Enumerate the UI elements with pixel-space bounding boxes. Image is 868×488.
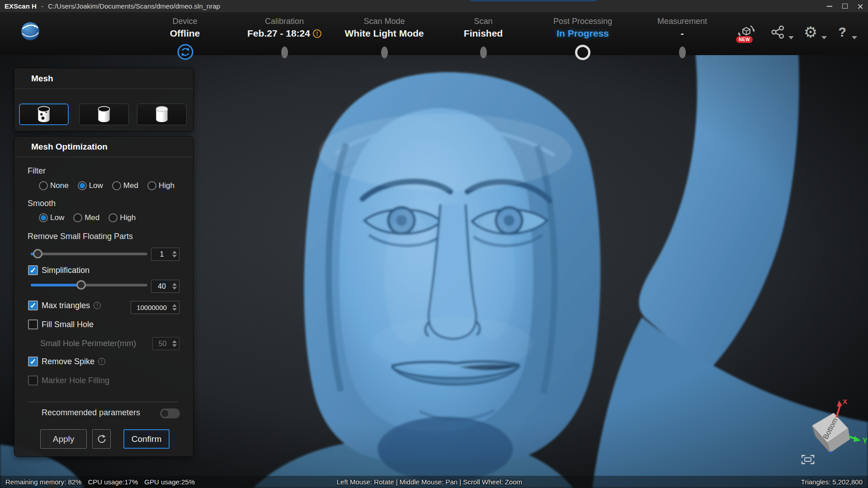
remove-small-floating-parts-input[interactable]	[151, 250, 172, 258]
calibration-warning-icon[interactable]	[313, 29, 321, 38]
spinner-down-icon[interactable]	[172, 308, 177, 311]
smooth-option-high[interactable]: High	[108, 213, 136, 222]
spinner-down-icon[interactable]	[172, 255, 177, 258]
step-post-processing-label: Post Processing	[553, 16, 612, 26]
axis-x-label: X	[843, 398, 847, 405]
step-calibration-label: Calibration	[247, 16, 321, 26]
cylinder-with-holes-icon	[35, 105, 52, 123]
reset-button[interactable]	[92, 429, 111, 449]
spinner-up-icon[interactable]	[172, 304, 177, 307]
spinner-arrows[interactable]	[172, 251, 177, 258]
device-sync-icon[interactable]	[176, 43, 194, 61]
spinner-arrows[interactable]	[172, 283, 177, 290]
max-triangles-info-icon[interactable]	[94, 302, 101, 309]
step-post-processing[interactable]: Post Processing In Progress	[553, 16, 612, 39]
fill-small-hole-label: Fill Small Hole	[42, 320, 94, 329]
step-calibration[interactable]: Calibration Feb.27 - 18:24	[247, 16, 321, 39]
app-name: EXScan H	[5, 2, 37, 10]
spinner-up-icon[interactable]	[172, 340, 177, 343]
remove-spike-checkbox[interactable]	[28, 357, 38, 366]
slider-thumb[interactable]	[76, 280, 86, 290]
mesh-optimization-panel: Mesh Optimization Filter None Low Med Hi…	[14, 136, 193, 457]
slider-track[interactable]	[31, 284, 147, 286]
spinner-up-icon[interactable]	[172, 251, 177, 253]
smooth-option-low[interactable]: Low	[39, 213, 64, 222]
step-measurement[interactable]: Measurement -	[657, 16, 707, 39]
simplification-input[interactable]	[151, 282, 172, 291]
open-cylinder-icon	[95, 105, 113, 123]
step-scan-mode-label: Scan Mode	[345, 16, 424, 26]
file-path: C:/Users/Joakim/Documents/Scans/dmeo/dme…	[48, 2, 220, 10]
share-caret-icon	[788, 36, 794, 39]
filter-option-none[interactable]: None	[39, 181, 69, 190]
filter-radio-group: None Low Med High	[39, 181, 175, 190]
mesh-panel: Mesh	[14, 68, 193, 131]
radio-icon-selected[interactable]	[39, 213, 48, 222]
step-scan-mode-value: White Light Mode	[345, 28, 424, 39]
max-triangles-input[interactable]	[131, 304, 172, 311]
spinner-down-icon[interactable]	[172, 344, 177, 347]
max-triangles-spinner	[131, 301, 179, 314]
mesh-optimization-title: Mesh Optimization	[31, 142, 108, 152]
mesh-type-open-button[interactable]	[79, 103, 129, 125]
recommended-parameters-label: Recommended parameters	[42, 408, 140, 418]
filter-option-med[interactable]: Med	[112, 181, 138, 190]
remove-spike-info-icon[interactable]	[98, 358, 105, 365]
fill-small-hole-checkbox[interactable]	[28, 319, 38, 329]
slider-thumb[interactable]	[33, 249, 42, 258]
minimize-button[interactable]	[822, 0, 837, 12]
remove-small-floating-parts-slider[interactable]	[31, 248, 147, 260]
settings-button[interactable]	[801, 23, 820, 42]
radio-icon[interactable]	[147, 181, 156, 190]
smooth-low-label: Low	[50, 213, 64, 222]
maximize-button[interactable]	[837, 0, 853, 12]
marker-hole-filling-checkbox[interactable]	[28, 375, 38, 385]
spinner-arrows[interactable]	[172, 304, 177, 311]
max-triangles-checkbox[interactable]	[28, 300, 38, 310]
simplification-slider[interactable]	[31, 279, 147, 291]
radio-icon[interactable]	[39, 181, 48, 190]
filter-option-low[interactable]: Low	[78, 181, 103, 190]
close-button[interactable]	[853, 0, 868, 12]
confirm-button[interactable]: Confirm	[123, 429, 170, 449]
spinner-down-icon[interactable]	[172, 287, 177, 290]
remove-spike-row: Remove Spike	[28, 357, 105, 366]
small-hole-perimeter-input[interactable]	[153, 340, 172, 348]
fill-small-hole-row: Fill Small Hole	[28, 319, 94, 329]
step-scan-label: Scan	[464, 16, 503, 26]
toggle-knob	[161, 409, 169, 418]
smooth-high-label: High	[120, 213, 136, 222]
title-separator: -	[41, 2, 43, 10]
recommended-parameters-toggle[interactable]	[160, 408, 180, 418]
axis-y-label: Y	[863, 437, 868, 445]
step-device[interactable]: Device Offline	[170, 16, 200, 39]
help-button[interactable]	[833, 23, 852, 42]
filter-label: Filter	[28, 166, 46, 176]
cpu-usage: CPU usage:17%	[88, 478, 138, 486]
radio-icon-selected[interactable]	[78, 181, 87, 190]
share-button[interactable]	[769, 23, 788, 42]
remove-small-floating-parts-spinner	[151, 248, 179, 261]
radio-icon[interactable]	[112, 181, 121, 190]
slider-track[interactable]	[31, 253, 147, 255]
spinner-arrows[interactable]	[172, 340, 177, 347]
smooth-option-med[interactable]: Med	[73, 213, 99, 222]
progress-dot-measurement	[679, 47, 686, 58]
filter-high-label: High	[159, 181, 175, 190]
maximize-icon	[842, 4, 848, 9]
spinner-up-icon[interactable]	[172, 283, 177, 286]
apply-button[interactable]: Apply	[40, 429, 87, 449]
step-scan[interactable]: Scan Finished	[464, 16, 503, 39]
step-scan-mode[interactable]: Scan Mode White Light Mode	[345, 16, 424, 39]
radio-icon[interactable]	[108, 213, 118, 222]
mesh-panel-header: Mesh	[14, 68, 193, 89]
simplification-checkbox[interactable]	[28, 265, 38, 275]
filter-option-high[interactable]: High	[147, 181, 175, 190]
radio-icon[interactable]	[73, 213, 82, 222]
small-hole-perimeter-spinner	[152, 337, 179, 350]
simplification-row: Simplification	[28, 265, 90, 275]
fit-view-icon	[801, 454, 815, 465]
fit-view-button[interactable]	[801, 454, 815, 467]
mesh-type-watertight-button[interactable]	[137, 103, 187, 125]
mesh-type-unwatertight-button[interactable]	[19, 103, 69, 125]
